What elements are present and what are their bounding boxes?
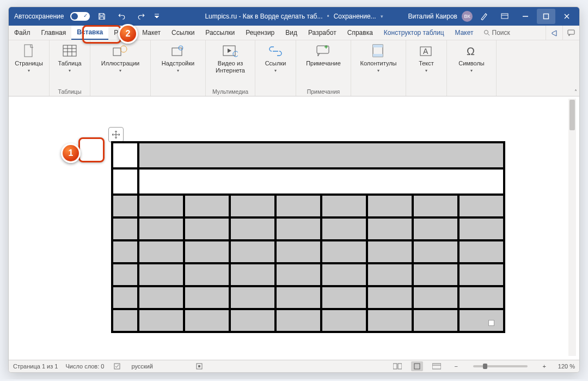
cmd-pages[interactable]: Страницы ▾	[13, 43, 45, 74]
table-row	[112, 286, 504, 309]
chevron-down-icon: ▾	[377, 68, 379, 73]
zoom-level[interactable]: 120 %	[558, 363, 575, 370]
word-table[interactable]	[111, 141, 505, 333]
callout-1: 1	[61, 143, 81, 163]
cmd-headers[interactable]: Колонтитулы ▾	[356, 43, 401, 74]
tab-references[interactable]: Ссылки	[166, 26, 200, 40]
status-wordcount[interactable]: Число слов: 0	[65, 363, 104, 370]
table-row	[112, 309, 504, 332]
zoom-slider[interactable]	[473, 365, 528, 367]
page[interactable]	[29, 103, 553, 355]
ribbon-display-icon[interactable]	[495, 9, 514, 24]
search-icon	[483, 29, 490, 36]
tab-layout[interactable]: Макет	[137, 26, 166, 40]
table-row	[112, 217, 504, 240]
tab-mailings[interactable]: Рассылки	[200, 26, 240, 40]
chevron-down-icon: ▾	[470, 68, 473, 73]
table-row	[112, 142, 504, 168]
tab-table-design[interactable]: Конструктор таблиц	[378, 26, 450, 40]
collapse-ribbon-icon[interactable]: ˄	[574, 89, 577, 95]
share-icon[interactable]	[546, 26, 562, 40]
tab-help[interactable]: Справка	[342, 26, 378, 40]
svg-text:Ω: Ω	[467, 45, 475, 57]
omega-icon: Ω	[464, 44, 479, 59]
tab-table-layout[interactable]: Макет	[450, 26, 479, 40]
app-window: Автосохранение ✓ Lumpics.ru - Как в Ворд…	[8, 7, 580, 373]
cmd-addins[interactable]: Надстройки ▾	[155, 43, 201, 74]
qat-more-icon[interactable]	[153, 9, 161, 24]
spellcheck-icon[interactable]	[112, 361, 124, 371]
read-mode-icon[interactable]	[391, 361, 403, 371]
svg-rect-14	[373, 45, 383, 47]
zoom-in-icon[interactable]: +	[538, 361, 550, 371]
chevron-down-icon: ▾	[28, 68, 30, 73]
vertical-scrollbar[interactable]	[568, 99, 576, 356]
svg-rect-4	[24, 45, 32, 57]
save-icon[interactable]	[94, 9, 109, 24]
status-language[interactable]: русский	[131, 363, 152, 370]
autosave-toggle[interactable]: ✓	[70, 12, 90, 21]
svg-rect-6	[113, 48, 121, 56]
search-box[interactable]: Поиск	[479, 26, 514, 40]
tab-developer[interactable]: Разработ	[303, 26, 342, 40]
svg-rect-24	[414, 364, 420, 369]
chevron-down-icon: ▾	[119, 68, 121, 73]
cmd-table[interactable]: Таблица ▾	[54, 43, 85, 74]
svg-rect-22	[393, 364, 397, 369]
callout-2: 2	[118, 24, 138, 44]
svg-point-7	[120, 46, 127, 52]
draw-mode-icon[interactable]	[475, 9, 493, 24]
table-move-handle[interactable]	[108, 127, 124, 142]
table-row	[112, 240, 504, 263]
cmd-online-video[interactable]: Видео из Интернета	[210, 43, 250, 75]
web-layout-icon[interactable]	[431, 361, 443, 371]
maximize-icon[interactable]	[537, 9, 555, 24]
link-icon	[268, 44, 283, 59]
chevron-down-icon: ▾	[177, 68, 179, 73]
svg-rect-15	[373, 54, 383, 57]
titlebar: Автосохранение ✓ Lumpics.ru - Как в Ворд…	[9, 7, 579, 26]
undo-icon[interactable]	[114, 9, 129, 24]
header-footer-icon	[371, 44, 386, 59]
toggle-knob	[71, 13, 78, 20]
ribbon: Страницы ▾ Таблица ▾ Таблицы Иллюстрации…	[9, 40, 579, 96]
cmd-illustrations[interactable]: Иллюстрации ▾	[95, 43, 146, 74]
tab-home[interactable]: Главная	[36, 26, 72, 40]
cmd-links[interactable]: Ссылки ▾	[260, 43, 291, 74]
tab-view[interactable]: Вид	[280, 26, 303, 40]
svg-rect-0	[501, 14, 508, 19]
page-icon	[21, 44, 36, 59]
doc-title: Lumpics.ru - Как в Ворде сделать таб...	[205, 13, 322, 20]
print-layout-icon[interactable]	[411, 361, 423, 371]
table-row	[112, 195, 504, 217]
svg-rect-8	[172, 48, 182, 56]
cmd-comment[interactable]: Примечание	[301, 43, 346, 68]
table-row	[112, 168, 504, 195]
cmd-text[interactable]: A Текст ▾	[411, 43, 442, 74]
macro-record-icon[interactable]	[193, 361, 205, 371]
ribbon-tabs: Файл Главная Вставка Рисук Макет Ссылки …	[9, 26, 579, 40]
tab-insert[interactable]: Вставка	[71, 26, 108, 40]
table-icon	[62, 44, 77, 59]
tab-review[interactable]: Рецензир	[240, 26, 280, 40]
cmd-symbols[interactable]: Ω Символы ▾	[451, 43, 492, 74]
status-page[interactable]: Страница 1 из 1	[13, 363, 58, 370]
svg-rect-23	[398, 364, 402, 369]
svg-rect-1	[544, 14, 549, 19]
avatar[interactable]: ВК	[462, 11, 473, 22]
shapes-icon	[113, 44, 128, 59]
tab-file[interactable]: Файл	[9, 26, 36, 40]
table-resize-handle[interactable]	[488, 320, 494, 326]
document-area	[9, 96, 579, 360]
close-icon[interactable]	[558, 9, 576, 24]
minimize-icon[interactable]	[516, 9, 535, 24]
zoom-out-icon[interactable]: −	[450, 361, 462, 371]
chevron-down-icon: ▾	[425, 68, 427, 73]
comments-icon[interactable]	[562, 26, 579, 40]
chevron-down-icon: ▾	[69, 68, 71, 73]
chevron-down-icon: ▾	[274, 68, 277, 73]
comment-icon	[316, 44, 331, 59]
video-icon	[223, 44, 238, 59]
user-name: Виталий Каиров	[408, 13, 457, 20]
redo-icon[interactable]	[133, 9, 149, 24]
